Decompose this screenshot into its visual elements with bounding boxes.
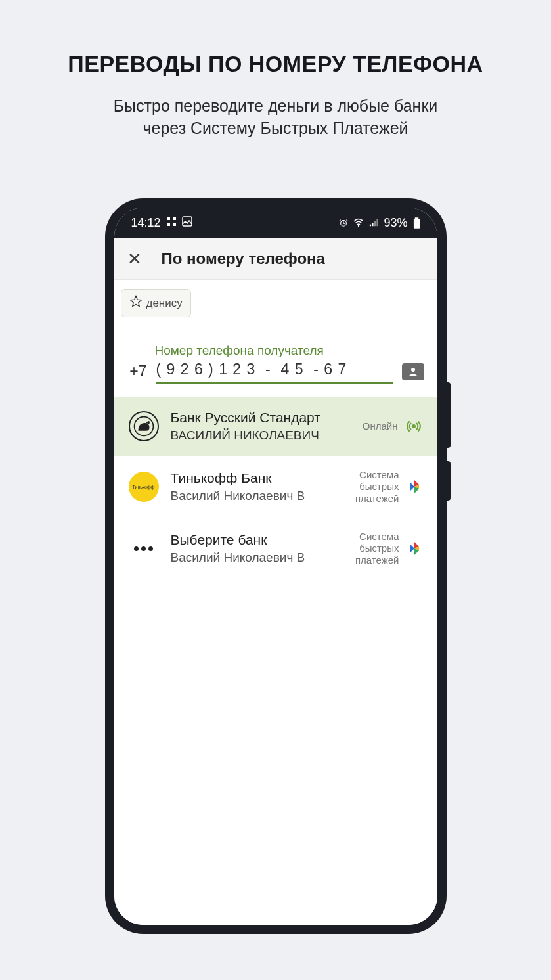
svg-rect-3: [173, 223, 176, 226]
wifi-icon: [353, 217, 364, 228]
screen-title: По номеру телефона: [162, 250, 325, 268]
status-time: 14:12: [131, 216, 161, 230]
phone-mockup: 14:12 93%: [105, 198, 447, 934]
bank-name: Выберите банк: [171, 532, 343, 548]
svg-rect-10: [377, 219, 378, 227]
phone-input[interactable]: [156, 359, 393, 384]
promo-subtitle: Быстро переводите деньги в любые банки ч…: [0, 95, 551, 140]
status-bar: 14:12 93%: [114, 208, 437, 238]
bank-person: ВАСИЛИЙ НИКОЛАЕВИЧ: [171, 428, 351, 443]
bank-item-rs[interactable]: Банк Русский Стандарт ВАСИЛИЙ НИКОЛАЕВИЧ…: [114, 397, 437, 456]
svg-point-15: [412, 424, 416, 428]
app-header: ✕ По номеру телефона: [114, 238, 437, 280]
bank-logo-rs: [129, 411, 159, 441]
favorites-row: денису: [114, 280, 437, 326]
svg-rect-1: [173, 217, 176, 220]
bank-logo-tinkoff: Тинькофф: [129, 472, 159, 502]
signal-icon: [369, 218, 378, 227]
status-image-icon: [182, 216, 192, 230]
broadcast-icon: [405, 417, 423, 435]
alarm-icon: [339, 218, 348, 227]
svg-rect-2: [167, 223, 170, 226]
bank-item-tinkoff[interactable]: Тинькофф Тинькофф Банк Василий Николаеви…: [114, 456, 437, 518]
sbp-icon: [406, 478, 423, 495]
phone-side-button-1: [447, 382, 451, 448]
battery-icon: [413, 217, 420, 229]
svg-rect-8: [372, 223, 374, 226]
bank-item-choose[interactable]: Выберите банк Василий Николаевич В Систе…: [114, 518, 437, 579]
phone-side-button-2: [447, 461, 451, 501]
bank-list: Банк Русский Стандарт ВАСИЛИЙ НИКОЛАЕВИЧ…: [114, 397, 437, 579]
bank-system-label: Система быстрых платежей: [355, 469, 399, 504]
promo-subtitle-line1: Быстро переводите деньги в любые банки: [114, 97, 438, 115]
svg-rect-9: [374, 221, 376, 226]
bank-logo-more: [129, 533, 159, 564]
bank-status-label: Онлайн: [363, 420, 398, 432]
phone-screen: 14:12 93%: [114, 208, 437, 925]
svg-rect-4: [183, 217, 192, 226]
svg-point-13: [411, 368, 415, 372]
status-app-icon: [166, 216, 177, 230]
svg-point-6: [358, 225, 359, 227]
svg-rect-11: [414, 217, 418, 219]
bank-name: Тинькофф Банк: [171, 470, 343, 486]
favorite-chip[interactable]: денису: [121, 289, 191, 317]
promo-title: ПЕРЕВОДЫ ПО НОМЕРУ ТЕЛЕФОНА: [0, 51, 551, 77]
promo-subtitle-line2: через Систему Быстрых Платежей: [143, 119, 408, 137]
favorite-chip-label: денису: [146, 297, 183, 310]
sbp-icon: [406, 540, 423, 557]
svg-rect-12: [413, 219, 419, 229]
svg-rect-0: [167, 217, 170, 220]
bank-person: Василий Николаевич В: [171, 550, 343, 565]
star-icon: [129, 295, 143, 311]
contacts-icon[interactable]: [402, 363, 424, 380]
screen-content: денису Номер телефона получателя +7: [114, 280, 437, 925]
close-icon[interactable]: ✕: [127, 250, 142, 267]
bank-name: Банк Русский Стандарт: [171, 410, 351, 426]
phone-field-section: Номер телефона получателя +7: [114, 326, 437, 397]
bank-person: Василий Николаевич В: [171, 489, 343, 503]
phone-field-label: Номер телефона получателя: [155, 344, 424, 358]
phone-prefix: +7: [127, 363, 147, 380]
battery-percent: 93%: [384, 216, 407, 230]
more-icon: [134, 546, 153, 551]
svg-rect-7: [370, 225, 371, 227]
bank-system-label: Система быстрых платежей: [355, 531, 399, 566]
